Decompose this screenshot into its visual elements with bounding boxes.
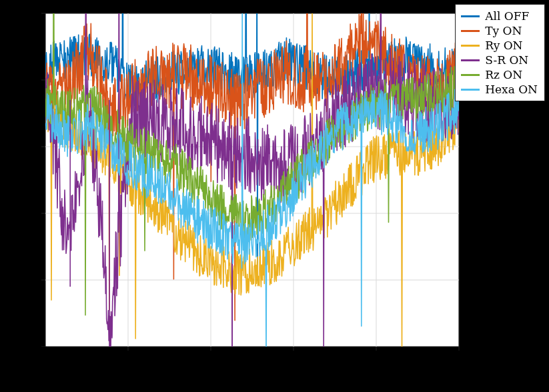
legend-label: Ry ON xyxy=(485,38,522,53)
legend-label: All OFF xyxy=(485,9,529,23)
corner-cap xyxy=(0,347,47,392)
legend-swatch xyxy=(461,30,480,32)
legend-label: Hexa ON xyxy=(485,82,538,97)
legend-item: Rz ON xyxy=(461,67,538,82)
legend-item: Hexa ON xyxy=(461,82,538,97)
legend-item: S-R ON xyxy=(461,53,538,67)
legend-swatch xyxy=(461,15,480,17)
chart-container: All OFFTy ONRy ONS-R ONRz ONHexa ON xyxy=(0,0,549,392)
legend: All OFFTy ONRy ONS-R ONRz ONHexa ON xyxy=(455,4,545,101)
legend-swatch xyxy=(461,89,480,91)
legend-item: All OFF xyxy=(461,9,538,23)
legend-item: Ty ON xyxy=(461,23,538,38)
legend-swatch xyxy=(461,74,480,76)
legend-label: Rz ON xyxy=(485,67,522,82)
legend-label: Ty ON xyxy=(485,23,522,38)
side-cap xyxy=(461,105,549,392)
legend-swatch xyxy=(461,59,480,61)
legend-swatch xyxy=(461,45,480,47)
legend-item: Ry ON xyxy=(461,38,538,53)
legend-label: S-R ON xyxy=(485,53,528,67)
